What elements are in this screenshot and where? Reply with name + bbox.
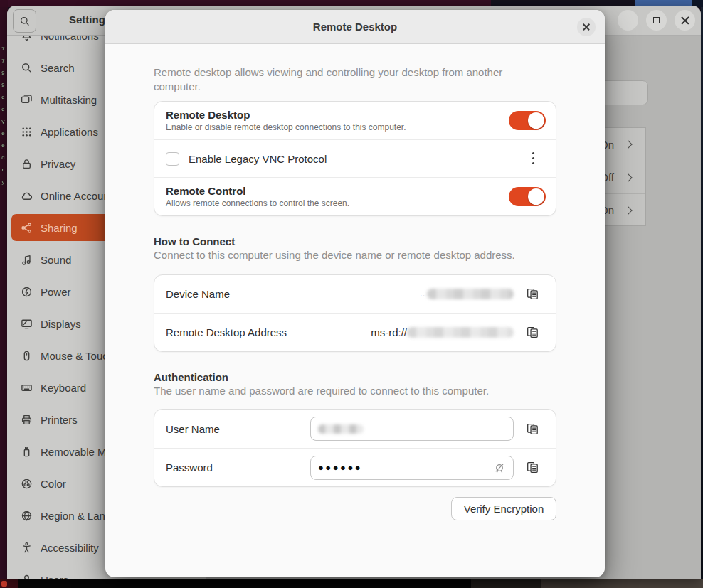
password-row: Password ●●●●●●	[154, 448, 556, 486]
maximize-button[interactable]	[646, 10, 667, 31]
globe-icon	[21, 510, 33, 522]
window-controls	[618, 10, 695, 31]
username-row: User Name	[154, 410, 556, 448]
copy-icon	[527, 423, 539, 435]
authentication-subtitle: The user name and password are required …	[154, 385, 556, 397]
chevron-right-icon	[624, 140, 632, 148]
authentication-heading: Authentication	[154, 371, 556, 383]
sidebar-item-label: Displays	[41, 318, 81, 330]
cloud-icon	[21, 190, 33, 202]
dialog-header: Remote Desktop	[105, 10, 605, 44]
remote-control-row: Remote Control Allows remote connections…	[154, 177, 556, 215]
chevron-right-icon	[624, 173, 632, 181]
authentication-group: User Name Password ●●●●●●	[154, 409, 556, 487]
flash-drive-icon	[21, 446, 33, 458]
sidebar-item-label: Sharing	[41, 222, 78, 234]
copy-username-button[interactable]	[527, 423, 539, 435]
minimize-button[interactable]	[618, 10, 638, 31]
how-to-connect-heading: How to Connect	[154, 235, 556, 247]
reveal-password-button[interactable]	[493, 461, 506, 474]
monitor-icon	[21, 318, 33, 330]
remote-desktop-group: Remote Desktop Enable or disable remote …	[154, 101, 556, 216]
password-input[interactable]: ●●●●●●	[310, 456, 514, 480]
dialog-close-button[interactable]	[577, 18, 596, 36]
sidebar-item-label: Accessibility	[41, 542, 99, 554]
password-label: Password	[166, 461, 310, 474]
sidebar-item-label: Privacy	[41, 158, 75, 170]
bell-icon	[21, 36, 33, 42]
search-icon	[19, 16, 31, 27]
lock-icon	[21, 158, 33, 170]
row-title: Remote Control	[166, 185, 509, 198]
device-name-row: Device Name ..	[154, 275, 556, 313]
power-icon	[21, 286, 33, 298]
copy-address-button[interactable]	[527, 326, 539, 338]
maximize-icon	[653, 17, 660, 23]
username-input[interactable]	[310, 417, 514, 441]
copy-device-name-button[interactable]	[527, 288, 539, 300]
eye-conceal-icon	[493, 461, 506, 474]
sidebar-item-label: Sound	[41, 254, 71, 266]
multitasking-icon	[21, 94, 33, 106]
close-button[interactable]	[675, 10, 695, 31]
chevron-right-icon	[624, 206, 632, 214]
device-name-label: Device Name	[166, 288, 420, 300]
terminal-red-fragment	[1, 581, 7, 587]
vnc-menu-button[interactable]	[526, 150, 540, 167]
sidebar-item-label: Power	[41, 286, 71, 298]
sidebar-item-label: Search	[41, 62, 75, 74]
sidebar-item-label: Color	[41, 478, 66, 490]
sidebar-item-label: Multitasking	[41, 94, 97, 106]
music-note-icon	[21, 254, 33, 266]
dialog-description: Remote desktop allows viewing and contro…	[154, 65, 538, 94]
address-prefix: ms-rd://	[371, 326, 407, 338]
row-subtitle: Allows remote connections to control the…	[166, 198, 509, 208]
address-redacted-value	[407, 327, 514, 338]
printer-icon	[21, 414, 33, 426]
close-icon	[681, 16, 689, 25]
share-icon	[21, 222, 33, 234]
color-wheel-icon	[21, 478, 33, 490]
search-icon	[21, 62, 33, 74]
verify-encryption-button[interactable]: Verify Encryption	[451, 497, 556, 520]
how-to-connect-subtitle: Connect to this computer using the devic…	[154, 249, 556, 262]
username-label: User Name	[166, 423, 310, 435]
sidebar-item-label: Printers	[41, 414, 78, 426]
remote-desktop-dialog: Remote Desktop Remote desktop allows vie…	[105, 10, 605, 577]
keyboard-icon	[21, 382, 33, 394]
sidebar-item-label: Applications	[41, 126, 98, 138]
search-button[interactable]	[13, 9, 36, 33]
screen: 7:799eeyeedry Notifications Search Multi…	[0, 0, 703, 588]
row-subtitle: Enable or disable remote desktop connect…	[166, 122, 509, 132]
copy-password-button[interactable]	[527, 461, 539, 474]
redacted-lead: ..	[420, 290, 426, 298]
vnc-label: Enable Legacy VNC Protocol	[189, 153, 526, 165]
sidebar-item-label: Notifications	[41, 36, 99, 42]
remote-desktop-row: Remote Desktop Enable or disable remote …	[154, 102, 556, 139]
sidebar-item-label: Keyboard	[41, 382, 86, 394]
sidebar-item-label: Users	[41, 574, 68, 580]
row-title: Remote Desktop	[166, 109, 509, 122]
vnc-checkbox[interactable]	[166, 152, 179, 166]
accessibility-icon	[21, 542, 33, 554]
remote-desktop-toggle[interactable]	[509, 111, 546, 130]
copy-icon	[527, 326, 539, 338]
dialog-title: Remote Desktop	[313, 21, 397, 33]
remote-control-toggle[interactable]	[509, 187, 546, 206]
mouse-icon	[21, 350, 33, 362]
legacy-vnc-row: Enable Legacy VNC Protocol	[154, 139, 556, 177]
dialog-body: Remote desktop allows viewing and contro…	[105, 65, 605, 520]
device-name-redacted-value	[427, 289, 514, 299]
app-grid-icon	[21, 126, 33, 138]
remote-address-label: Remote Desktop Address	[166, 326, 371, 338]
copy-icon	[527, 288, 539, 300]
username-redacted-value	[318, 424, 364, 434]
close-icon	[582, 23, 591, 31]
connect-group: Device Name .. Remote Desktop Address ms…	[154, 274, 556, 352]
password-masked-value: ●●●●●●	[318, 462, 493, 473]
copy-icon	[527, 461, 539, 474]
user-icon	[21, 574, 33, 580]
desktop-bottom-strip	[0, 579, 703, 588]
remote-address-row: Remote Desktop Address ms-rd://	[154, 313, 556, 351]
minimize-icon	[624, 23, 632, 23]
